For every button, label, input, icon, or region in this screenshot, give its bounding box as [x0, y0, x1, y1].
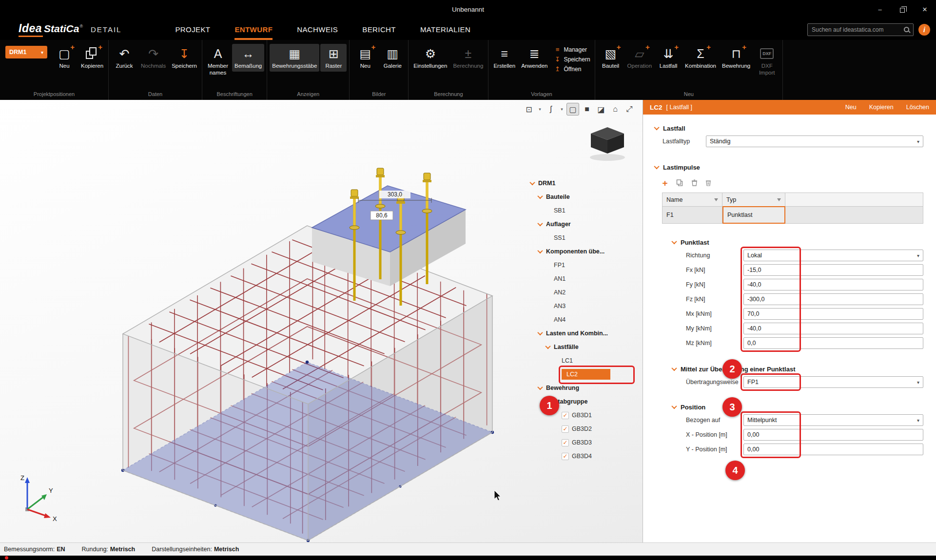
checkbox-checked-icon[interactable]: ✓: [562, 453, 569, 460]
section-punktlast[interactable]: Punktlast: [643, 236, 936, 248]
tree-item-bewehrung[interactable]: Bewehrung: [526, 381, 637, 395]
ribbon-button-operation[interactable]: ▱+Operation: [625, 44, 655, 72]
ribbon-button-speichern[interactable]: ↧Speichern: [169, 44, 199, 72]
header-new-button[interactable]: Neu: [845, 104, 857, 111]
ribbon-button-neu[interactable]: ▢+Neu: [51, 44, 78, 72]
section-box-icon[interactable]: ⊡: [523, 103, 535, 116]
ribbon-button-erstellen[interactable]: ≡Erstellen: [491, 44, 518, 72]
tree-item-gb3d3[interactable]: ✓GB3D3: [526, 436, 637, 449]
tree-item-an1[interactable]: AN1: [526, 272, 637, 286]
impulse-typ-cell[interactable]: Punktlast: [722, 206, 785, 224]
ribbon-button-galerie[interactable]: ▥Galerie: [379, 44, 406, 72]
select-übertragungsweise[interactable]: FP1▾: [743, 376, 923, 388]
impulse-table-row[interactable]: F1Punktlast: [662, 206, 923, 224]
checkbox-checked-icon[interactable]: ✓: [562, 412, 569, 419]
fit-view-icon[interactable]: ⤢: [623, 103, 636, 116]
ribbon-button-einstellungen[interactable]: ⚙Einstellungen: [411, 44, 449, 72]
viewport-3d[interactable]: 303,0 80,6 ⊡▾ʃ▾▢■◪⌂⤢: [0, 100, 643, 542]
input-my-knm[interactable]: -40,0: [743, 323, 923, 334]
nav-item-nachweis[interactable]: NACHWEIS: [297, 19, 338, 40]
ribbon-button-bewehrungsstäbe[interactable]: ▦Bewehrungsstäbe: [270, 44, 319, 72]
duplicate-impulse-icon[interactable]: [675, 178, 684, 187]
tree-item-sb1[interactable]: SB1: [526, 204, 637, 217]
delete-all-impulses-icon[interactable]: [704, 178, 713, 187]
tree-item-lastfälle[interactable]: Lastfälle: [526, 340, 637, 354]
search-input[interactable]: [812, 26, 904, 33]
tree-item-drm1[interactable]: DRM1: [526, 176, 637, 190]
ribbon-button-zurück[interactable]: ↶Zurück: [111, 44, 137, 72]
tree-item-an3[interactable]: AN3: [526, 299, 637, 313]
ribbon-button-kombination[interactable]: Σ+Kombination: [682, 44, 719, 72]
info-icon[interactable]: i: [918, 24, 930, 36]
delete-impulse-icon[interactable]: [690, 178, 699, 187]
wireframe-view-icon[interactable]: ▢: [566, 103, 579, 116]
ribbon-button-member-names[interactable]: AMember names: [205, 44, 231, 78]
project-selector[interactable]: DRM1▾: [5, 46, 47, 58]
ribbon-button-bewehrung[interactable]: ⊓+Bewehrung: [720, 44, 753, 72]
input-mx-knm[interactable]: 70,0: [743, 308, 923, 320]
tree-item-fp1[interactable]: FP1: [526, 258, 637, 272]
filter-icon[interactable]: [714, 198, 718, 201]
ribbon-button-bauteil[interactable]: ▧+Bauteil: [598, 44, 624, 72]
ribbon-button-raster[interactable]: ⊞Raster: [320, 44, 347, 72]
input-fy-kn[interactable]: -40,0: [743, 279, 923, 290]
nav-item-materialien[interactable]: MATERIALIEN: [420, 19, 470, 40]
tree-item-lasten-und-kombin[interactable]: Lasten und Kombin...: [526, 327, 637, 340]
column-header-name[interactable]: Name: [662, 193, 722, 206]
header-delete-button[interactable]: Löschen: [906, 104, 929, 111]
close-button[interactable]: ✕: [914, 0, 936, 19]
ribbon-button-anwenden[interactable]: ≣Anwenden: [519, 44, 550, 72]
nav-item-entwurf[interactable]: ENTWURF: [234, 19, 273, 40]
ribbon-button-dxf-import[interactable]: DXFDXF Import: [754, 44, 780, 78]
ribbon-button-nochmals[interactable]: ↷Nochmals: [138, 44, 168, 72]
maximize-button[interactable]: [891, 0, 914, 19]
checkbox-checked-icon[interactable]: ✓: [562, 439, 569, 446]
ribbon-button-manager[interactable]: ≡Manager: [554, 46, 590, 53]
add-impulse-icon[interactable]: +: [661, 178, 669, 187]
ribbon-button-berechnung[interactable]: ±Berechnung: [450, 44, 486, 72]
checkbox-checked-icon[interactable]: ✓: [562, 425, 569, 433]
filter-icon[interactable]: [777, 198, 781, 201]
tree-item-an4[interactable]: AN4: [526, 313, 637, 327]
input-x-position-m[interactable]: 0,00: [743, 429, 923, 441]
column-header-typ[interactable]: Typ: [722, 193, 785, 206]
select-richtung[interactable]: Lokal▾: [743, 250, 923, 261]
section-mittel[interactable]: Mittel zur Übertragung einer Punktlast: [643, 363, 936, 375]
tree-item-lc2[interactable]: LC2: [526, 367, 637, 381]
ribbon-button-bemaßung[interactable]: ↔Bemaßung: [232, 44, 264, 72]
section-lastimpulse[interactable]: Lastimpulse: [643, 161, 936, 173]
tree-item-gb3d2[interactable]: ✓GB3D2: [526, 422, 637, 436]
tree-item-ss1[interactable]: SS1: [526, 231, 637, 245]
tree-item-an2[interactable]: AN2: [526, 286, 637, 299]
tree-item-gb3d4[interactable]: ✓GB3D4: [526, 449, 637, 463]
select-bezogen-auf[interactable]: Mittelpunkt▾: [743, 414, 923, 426]
ribbon-button-öffnen[interactable]: ↥Öffnen: [554, 65, 590, 73]
solid-view-icon[interactable]: ■: [581, 103, 593, 116]
shaded-view-icon[interactable]: ◪: [595, 103, 607, 116]
nav-item-bericht[interactable]: BERICHT: [362, 19, 396, 40]
input-fz-kn[interactable]: -300,0: [743, 293, 923, 305]
ribbon-button-lastfall[interactable]: ⇊+Lastfall: [655, 44, 682, 72]
tree-item-auflager[interactable]: Auflager: [526, 217, 637, 231]
measure-dropdown-icon[interactable]: ▾: [559, 103, 565, 116]
section-lastfall[interactable]: Lastfall: [643, 122, 936, 134]
select-lastfalltyp[interactable]: Ständig▾: [706, 135, 923, 147]
tree-item-bauteile[interactable]: Bauteile: [526, 190, 637, 204]
tree-item-komponenten-übe[interactable]: Komponenten übe...: [526, 245, 637, 258]
tree-item-lc1[interactable]: LC1: [526, 354, 637, 367]
impulse-name-cell[interactable]: F1: [662, 206, 722, 224]
home-view-icon[interactable]: ⌂: [609, 103, 622, 116]
search-icon[interactable]: [904, 27, 909, 32]
section-position[interactable]: Position: [643, 401, 936, 413]
measure-curve-icon[interactable]: ʃ: [545, 103, 557, 116]
input-y-position-m[interactable]: 0,00: [743, 444, 923, 455]
ribbon-button-speichern[interactable]: ↧Speichern: [554, 56, 590, 63]
ribbon-button-kopieren[interactable]: +Kopieren: [78, 44, 106, 72]
minimize-button[interactable]: –: [869, 0, 891, 19]
input-mz-knm[interactable]: 0,0: [743, 337, 923, 349]
ribbon-button-neu[interactable]: ▤+Neu: [352, 44, 378, 72]
section-box-dropdown-icon[interactable]: ▾: [537, 103, 543, 116]
input-fx-kn[interactable]: -15,0: [743, 264, 923, 276]
navigation-cube[interactable]: [584, 123, 631, 162]
header-copy-button[interactable]: Kopieren: [869, 104, 894, 111]
